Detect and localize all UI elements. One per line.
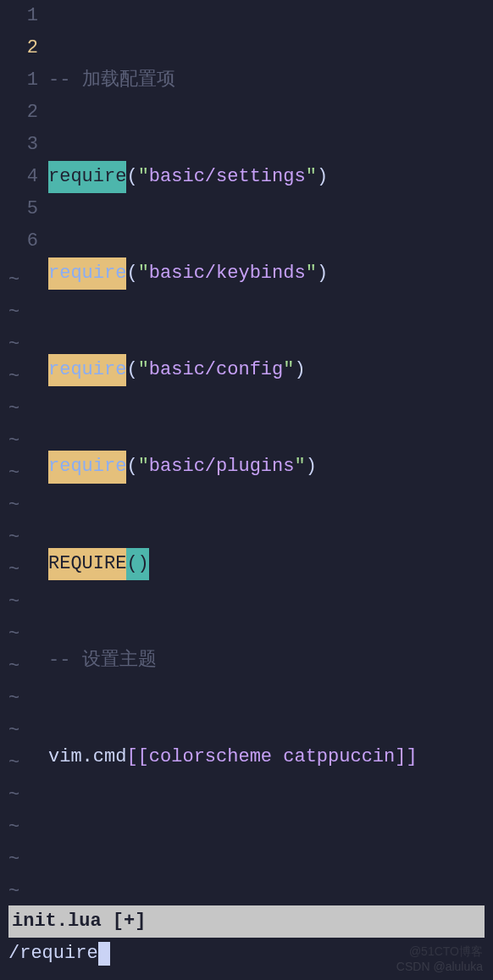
paren: ( <box>126 451 137 483</box>
search-match: require <box>48 451 126 483</box>
tilde-icon: ~ <box>8 618 19 651</box>
status-bar: init.lua [+] <box>8 905 485 938</box>
code-line[interactable]: REQUIRE() <box>48 548 493 580</box>
tilde-icon: ~ <box>8 264 19 296</box>
identifier: cmd <box>93 741 127 773</box>
line-number: 3 <box>0 129 38 161</box>
comment-text: -- 加载配置项 <box>48 64 175 97</box>
tilde-icon: ~ <box>8 522 19 554</box>
tilde-icon: ~ <box>8 779 19 811</box>
tilde-icon: ~ <box>8 876 19 908</box>
tilde-icon: ~ <box>8 425 19 457</box>
tilde-icon: ~ <box>8 329 19 361</box>
tilde-icon: ~ <box>8 651 19 683</box>
paren: ) <box>306 451 317 483</box>
search-match-caps: REQUIRE <box>48 548 126 580</box>
tilde-icon: ~ <box>8 361 19 393</box>
quote: " <box>138 451 149 483</box>
quote: " <box>306 257 317 290</box>
line-number-current: 2 <box>0 32 38 64</box>
code-line[interactable]: -- 设置主题 <box>48 645 493 677</box>
cursor-block <box>98 942 110 966</box>
line-number: 1 <box>0 64 38 97</box>
code-line[interactable]: require("basic/keybinds") <box>48 257 493 290</box>
string-literal: basic/plugins <box>149 451 295 483</box>
string-literal: basic/settings <box>149 161 306 193</box>
code-line[interactable]: -- 加载配置项 <box>48 64 493 97</box>
code-line[interactable]: require("basic/plugins") <box>48 451 493 483</box>
tilde-icon: ~ <box>8 715 19 747</box>
line-number: 1 <box>0 0 38 32</box>
tilde-icon: ~ <box>8 683 19 715</box>
paren: ( <box>126 257 137 290</box>
quote: " <box>283 354 294 386</box>
matching-parens: () <box>126 548 148 580</box>
code-area[interactable]: -- 加载配置项 require("basic/settings") requi… <box>48 0 493 980</box>
search-match-current: require <box>48 161 126 193</box>
empty-line-tildes: ~ ~ ~ ~ ~ ~ ~ ~ ~ ~ ~ ~ ~ ~ ~ ~ ~ ~ ~ ~ <box>8 264 19 908</box>
tilde-icon: ~ <box>8 747 19 779</box>
tilde-icon: ~ <box>8 490 19 522</box>
comment-text: -- 设置主题 <box>48 645 157 677</box>
line-number: 6 <box>0 225 38 257</box>
filename-status: init.lua [+] <box>12 911 146 932</box>
paren: ) <box>317 161 328 193</box>
tilde-icon: ~ <box>8 811 19 844</box>
tilde-icon: ~ <box>8 844 19 876</box>
code-line[interactable]: vim.cmd[[colorscheme catppuccin]] <box>48 741 493 773</box>
identifier: vim <box>48 741 82 773</box>
line-number: 5 <box>0 193 38 225</box>
string-literal: basic/config <box>149 354 283 386</box>
tilde-icon: ~ <box>8 296 19 329</box>
line-number: 2 <box>0 97 38 129</box>
paren: ( <box>126 354 137 386</box>
tilde-icon: ~ <box>8 586 19 618</box>
line-number: 4 <box>0 161 38 193</box>
lua-long-string: [[colorscheme catppuccin]] <box>126 741 417 773</box>
tilde-icon: ~ <box>8 457 19 490</box>
tilde-icon: ~ <box>8 393 19 425</box>
search-match: require <box>48 354 126 386</box>
watermark-text: CSDN @aluluka <box>396 956 483 977</box>
editor-pane[interactable]: 1 2 1 2 3 4 5 6 -- 加载配置项 require("basic/… <box>0 0 493 980</box>
search-command: /require <box>8 938 98 970</box>
quote: " <box>138 354 149 386</box>
paren: ( <box>126 161 137 193</box>
paren: ) <box>317 257 328 290</box>
line-number-gutter: 1 2 1 2 3 4 5 6 <box>0 0 48 980</box>
dot-operator: . <box>82 741 93 773</box>
tilde-icon: ~ <box>8 554 19 586</box>
code-line-current[interactable]: require("basic/settings") <box>48 161 493 193</box>
code-line[interactable]: require("basic/config") <box>48 354 493 386</box>
paren: ) <box>294 354 305 386</box>
search-match: require <box>48 257 126 290</box>
quote: " <box>138 257 149 290</box>
quote: " <box>306 161 317 193</box>
quote: " <box>138 161 149 193</box>
string-literal: basic/keybinds <box>149 257 306 290</box>
quote: " <box>294 451 305 483</box>
